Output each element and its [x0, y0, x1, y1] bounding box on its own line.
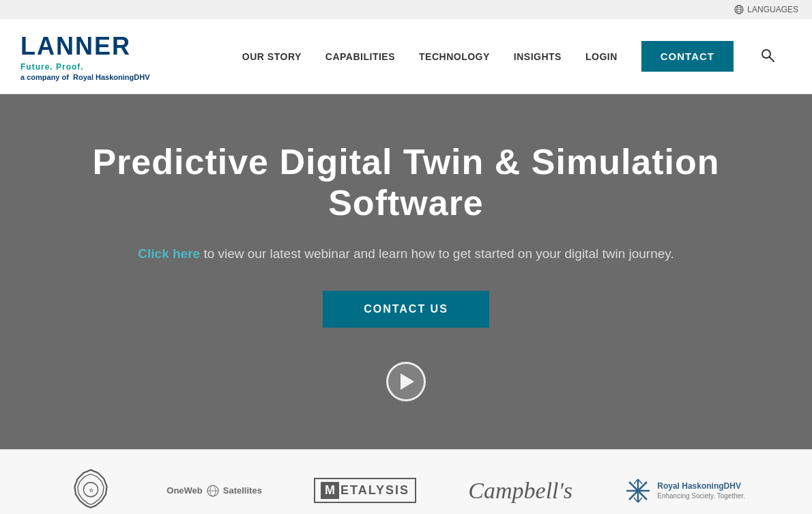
hero-section: Predictive Digital Twin & Simulation Sof… [0, 94, 812, 449]
metalysis-m: M [321, 482, 339, 499]
svg-text:☆: ☆ [89, 487, 94, 493]
client-logo-police: ☆ [67, 467, 115, 515]
logo-company: a company of Royal HaskoningDHV [20, 73, 171, 81]
nav-our-story[interactable]: OUR STORY [242, 51, 302, 62]
header: LANNER Future. Proof. a company of Royal… [0, 19, 812, 94]
oneweb-name: OneWeb [166, 485, 203, 496]
click-here-link[interactable]: Click here [138, 246, 200, 261]
client-logo-campbells: Campbell's [468, 478, 572, 504]
campbells-logo-text: Campbell's [468, 478, 572, 504]
logo-tagline: Future. Proof. [20, 62, 171, 72]
main-nav: OUR STORY CAPABILITIES TECHNOLOGY INSIGH… [242, 41, 778, 72]
oneweb-globe-icon [207, 485, 219, 497]
oneweb-logo-text: OneWeb Satellites [166, 485, 262, 497]
svg-line-6 [770, 57, 774, 61]
languages-label: LANGUAGES [747, 5, 798, 14]
rhdhv-icon [624, 477, 652, 504]
client-logo-rhdhv: Royal HaskoningDHV Enhancing Society. To… [624, 477, 745, 504]
logo-company-name: Royal HaskoningDHV [73, 73, 149, 81]
contact-us-button[interactable]: CONTACT US [323, 291, 489, 328]
rhdhv-tagline: Enhancing Society. Together. [657, 492, 745, 500]
logo-company-prefix: a company of [20, 73, 69, 81]
play-icon [401, 373, 414, 390]
logo-area: LANNER Future. Proof. a company of Royal… [20, 32, 171, 81]
contact-button[interactable]: CONTACT [641, 41, 734, 72]
metalysis-logo-box: M ETALYSIS [314, 478, 416, 503]
rhdhv-logo-container: Royal HaskoningDHV Enhancing Society. To… [624, 477, 745, 504]
metalysis-text: ETALYSIS [340, 483, 409, 498]
logo-main: LANNER [20, 32, 171, 61]
nav-login[interactable]: LOGIN [585, 51, 618, 62]
nav-capabilities[interactable]: CAPABILITIES [325, 51, 395, 62]
logo-name: LANNER [20, 32, 131, 61]
top-bar: LANGUAGES [0, 0, 812, 19]
play-video-button[interactable] [386, 362, 426, 401]
search-icon [761, 48, 774, 62]
nav-insights[interactable]: INSIGHTS [514, 51, 562, 62]
svg-point-5 [762, 50, 770, 58]
police-badge-icon: ☆ [67, 467, 115, 515]
nav-technology[interactable]: TECHNOLOGY [419, 51, 490, 62]
hero-subtitle: Click here to view our latest webinar an… [138, 244, 673, 264]
language-selector[interactable]: LANGUAGES [734, 5, 798, 14]
oneweb-suffix: Satellites [223, 485, 262, 496]
search-button[interactable] [757, 45, 778, 68]
hero-title: Predictive Digital Twin & Simulation Sof… [31, 142, 781, 224]
client-logo-oneweb: OneWeb Satellites [166, 485, 262, 497]
client-logo-metalysis: M ETALYSIS [314, 478, 416, 503]
hero-subtitle-text: to view our latest webinar and learn how… [200, 246, 674, 261]
client-logos-section: ☆ OneWeb Satellites M ETALYSIS Campbell'… [0, 449, 812, 514]
rhdhv-text: Royal HaskoningDHV Enhancing Society. To… [657, 481, 745, 500]
rhdhv-name: Royal HaskoningDHV [657, 481, 745, 492]
globe-icon [734, 5, 744, 14]
